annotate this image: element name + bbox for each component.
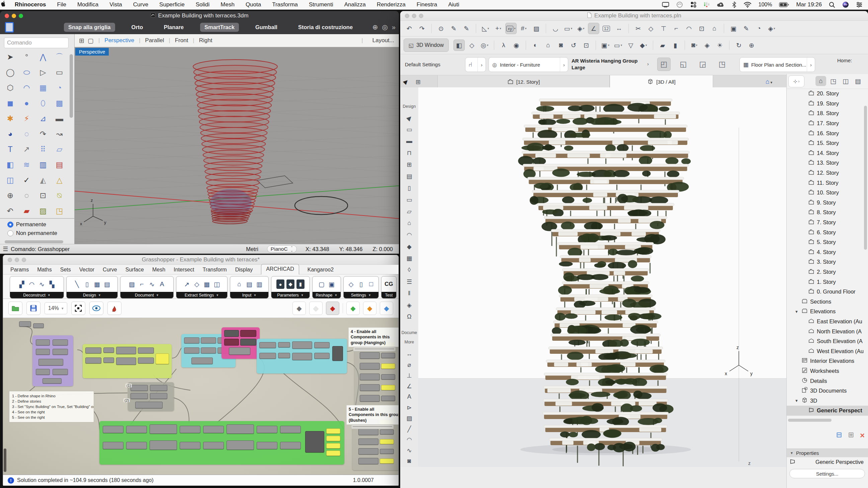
layout-book-icon[interactable]: ▤	[852, 76, 863, 86]
gh-component-icon[interactable]: ▣	[328, 279, 336, 289]
camera-path-icon[interactable]: ◙	[555, 39, 566, 51]
overflow-chevron-icon[interactable]: »	[392, 24, 396, 31]
grasshopper-canvas[interactable]: 1 - Define shape in Rhino2 - Define stor…	[3, 318, 399, 475]
arc-tool-icon[interactable]: ◠	[400, 436, 418, 444]
gh-node[interactable]	[326, 436, 340, 441]
stretch-icon[interactable]: ↔	[613, 23, 625, 34]
styles-3d-icon[interactable]: ◆▾	[638, 39, 649, 51]
railing-tool-icon[interactable]: ‖	[400, 290, 418, 297]
zoom-dropdown[interactable]: 14%▾	[44, 302, 67, 314]
tree-item-elevations[interactable]: ▼Elevations	[787, 307, 868, 317]
tree-item-4-story[interactable]: 4. Story	[787, 247, 868, 257]
slab-tool-icon[interactable]: ▱	[400, 208, 418, 215]
gh-node[interactable]	[36, 369, 50, 375]
lamp-tool-icon[interactable]: Ω	[400, 313, 418, 320]
cloud-sync-icon[interactable]	[717, 2, 725, 8]
gh-node[interactable]	[224, 339, 239, 345]
adjust-icon[interactable]: ◇	[645, 23, 656, 34]
spline-tool-icon[interactable]: ∿	[400, 447, 418, 454]
gh-node[interactable]	[381, 364, 395, 369]
gh-menu-curve[interactable]: Curve	[103, 267, 117, 274]
rotated-grid-icon[interactable]: ▨	[531, 23, 542, 34]
shell-tool-icon[interactable]: ◠	[400, 231, 418, 239]
delete-viewpoint-icon[interactable]: ×	[860, 431, 865, 440]
tree-item-14-story[interactable]: 14. Story	[787, 148, 868, 158]
radio-selected-icon[interactable]	[7, 221, 13, 227]
gh-group-label[interactable]: Design▼	[67, 292, 118, 298]
tool-icon-38[interactable]: ⊡	[35, 190, 51, 201]
zoom-extents-icon[interactable]	[71, 302, 85, 315]
gh-component-icon[interactable]: ▤	[245, 279, 253, 289]
tree-item-9-story[interactable]: 9. Story	[787, 198, 868, 208]
tool-icon-34[interactable]: ◭	[35, 175, 51, 185]
gh-component-icon[interactable]: ▚	[48, 279, 56, 289]
align-icon[interactable]: ⊤	[658, 23, 669, 34]
gh-node[interactable]	[85, 358, 101, 364]
gh-group-label[interactable]: Parameters▼	[271, 292, 310, 298]
tool-icon-10[interactable]: ▦	[35, 82, 51, 93]
preview-icon[interactable]	[89, 302, 103, 315]
gh-group-green[interactable]	[99, 421, 344, 464]
menu-analizza[interactable]: Analizza	[344, 1, 366, 8]
gh-component-icon[interactable]: ◫	[213, 279, 221, 289]
gh-node[interactable]	[201, 337, 216, 343]
gh-node[interactable]	[359, 448, 378, 455]
gh-group-gray[interactable]	[128, 382, 174, 411]
tool-icon-12[interactable]: ◼	[2, 98, 19, 109]
gh-node[interactable]	[240, 330, 256, 337]
tool-icon-40[interactable]: ↶	[2, 206, 19, 216]
tree-item-3d[interactable]: ▼3D	[787, 396, 868, 406]
arrow-tool-indicator-icon[interactable]: ▶	[404, 78, 408, 85]
gh-node[interactable]	[150, 393, 167, 399]
gh-component-icon[interactable]: ▦	[93, 279, 101, 289]
gh-node[interactable]	[103, 442, 123, 449]
zoom-select-icon[interactable]: ⊙	[435, 23, 447, 34]
tool-icon-2[interactable]: ⋀	[35, 52, 51, 62]
fillet-icon[interactable]: ◠	[683, 23, 695, 34]
gh-node[interactable]	[381, 353, 395, 358]
tool-icon-42[interactable]: ▨	[35, 206, 51, 216]
morph-tool-icon[interactable]: ◆	[400, 243, 418, 250]
tool-icon-19[interactable]: ▬	[51, 113, 68, 124]
snap-grid-icon[interactable]: #▾	[518, 23, 529, 34]
rhino-viewport[interactable]: zxy Perspective	[74, 47, 399, 244]
marquee-tool-icon[interactable]: ▭	[400, 126, 418, 133]
tree-item-12-story[interactable]: 12. Story	[787, 168, 868, 178]
gh-component-icon[interactable]: ●	[276, 279, 284, 289]
gh-node[interactable]	[156, 354, 169, 364]
gh-node[interactable]	[42, 378, 62, 384]
tool-icon-9[interactable]: ◠	[19, 82, 35, 93]
canvas-scrollbar[interactable]	[4, 449, 6, 472]
tool-icon-27[interactable]: ▱	[51, 144, 68, 155]
gh-node[interactable]	[380, 459, 394, 464]
tree-item-sections[interactable]: Sections	[787, 297, 868, 307]
level-dimension-tool-icon[interactable]: ⊥	[400, 372, 418, 379]
menu-curve[interactable]: Curve	[133, 1, 148, 8]
selected-element-name[interactable]: AR Wisteria Hanging Group Large	[571, 58, 646, 71]
gh-menu-display[interactable]: Display	[235, 267, 253, 274]
toggle-gumball[interactable]: Gumball	[251, 23, 282, 32]
column-tool-icon[interactable]: ▯	[400, 184, 418, 192]
menu-modifica[interactable]: Modifica	[77, 1, 98, 8]
gh-group-label[interactable]: Document▼	[121, 292, 173, 298]
draw-icon[interactable]	[107, 302, 121, 315]
text-tool-icon[interactable]: A	[400, 393, 418, 400]
tree-item-interior-elevations[interactable]: Interior Elevations	[787, 356, 868, 366]
snap-guides-icon[interactable]: +▾	[493, 23, 504, 34]
navigator-settings-icon[interactable]: ⊟	[836, 431, 842, 440]
wifi-icon[interactable]	[744, 2, 751, 8]
gh-node[interactable]	[36, 339, 50, 345]
tree-item-6-story[interactable]: 6. Story	[787, 227, 868, 237]
gh-node[interactable]	[38, 359, 63, 366]
tree-item-east-elevation-au[interactable]: East Elevation (Au	[787, 317, 868, 327]
favorite-dropdown[interactable]: ◎ Interior - Furniture ›	[489, 57, 568, 72]
cutting-planes-icon[interactable]: ▣▾	[600, 39, 611, 51]
gh-node[interactable]	[360, 352, 380, 359]
tree-item-north-elevation-a[interactable]: North Elevation (A	[787, 326, 868, 336]
gh-node[interactable]	[332, 346, 343, 361]
gh-node[interactable]	[360, 373, 380, 380]
toggle-storia-di-costruzione[interactable]: Storia di costruzione	[294, 23, 357, 32]
gh-node[interactable]	[85, 347, 101, 354]
gh-group-pink[interactable]	[221, 327, 260, 359]
toggle-smarttrack[interactable]: SmartTrack	[200, 23, 239, 32]
